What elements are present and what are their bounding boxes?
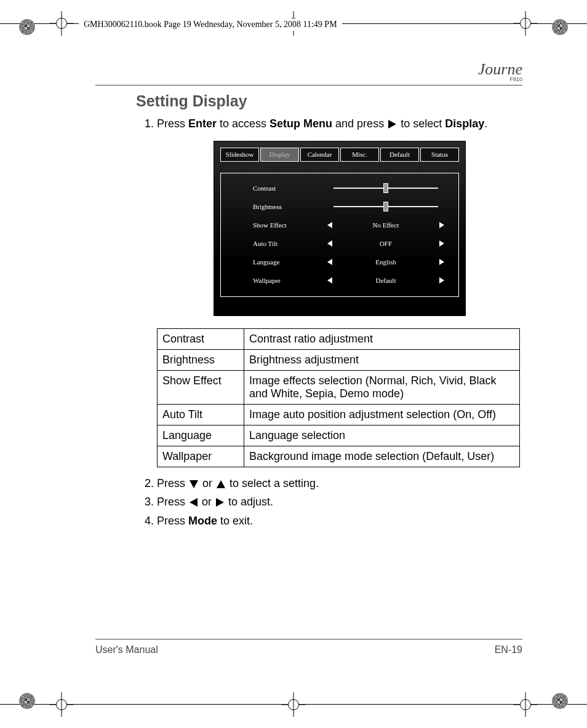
setting-row-wallpaper: Wallpaper Default bbox=[228, 275, 451, 285]
brand-name: Journe bbox=[478, 60, 522, 78]
table-cell-name: Wallpaper bbox=[158, 446, 244, 467]
arrow-right-icon[interactable] bbox=[439, 222, 444, 228]
setting-label: Brightness bbox=[228, 202, 321, 212]
table-row: Brightness Brightness adjustment bbox=[158, 350, 520, 371]
step-text: or bbox=[199, 477, 215, 489]
arrow-right-icon[interactable] bbox=[439, 240, 444, 247]
setting-label: Language bbox=[228, 258, 321, 267]
tab-status[interactable]: Status bbox=[420, 148, 459, 162]
page-meta: GMH300062110.book Page 19 Wednesday, Nov… bbox=[79, 18, 342, 31]
brand-logo: Journe F810 bbox=[478, 60, 522, 82]
arrow-right-icon[interactable] bbox=[439, 259, 444, 265]
slider-brightness[interactable] bbox=[321, 206, 451, 207]
arrow-down-icon bbox=[190, 480, 198, 488]
setup-menu-screenshot: Slideshow Display Calendar Misc. Default… bbox=[214, 141, 466, 316]
spinner-language[interactable]: English bbox=[321, 258, 451, 267]
tab-calendar[interactable]: Calendar bbox=[300, 148, 339, 162]
tab-misc[interactable]: Misc. bbox=[340, 148, 379, 162]
spinner-value: OFF bbox=[332, 239, 439, 248]
table-cell-desc: Image auto position adjustment selection… bbox=[244, 405, 520, 425]
spinner-value: Default bbox=[332, 276, 439, 285]
table-cell-name: Show Effect bbox=[158, 371, 244, 405]
step-text: Press bbox=[157, 117, 188, 130]
table-row: Wallpaper Background image mode selectio… bbox=[158, 446, 520, 467]
menu-panel: Contrast Brightness Show E bbox=[220, 173, 459, 297]
setting-label: Contrast bbox=[228, 184, 321, 193]
step-bold: Display bbox=[445, 117, 484, 130]
registration-mark bbox=[9, 682, 46, 719]
footer-right: EN-19 bbox=[495, 644, 522, 655]
registration-mark bbox=[541, 682, 578, 719]
arrow-right-icon bbox=[216, 498, 224, 507]
settings-description-table: Contrast Contrast ratio adjustment Brigh… bbox=[157, 328, 520, 467]
step-3: Press or to adjust. bbox=[157, 494, 522, 509]
arrow-left-icon[interactable] bbox=[327, 277, 332, 283]
step-text: to exit. bbox=[217, 515, 253, 527]
arrow-right-icon[interactable] bbox=[439, 277, 444, 283]
header-rule bbox=[95, 85, 522, 85]
slider-contrast[interactable] bbox=[321, 188, 451, 189]
step-text: Press bbox=[157, 515, 188, 527]
step-text: to select a setting. bbox=[226, 477, 319, 489]
setting-row-contrast: Contrast bbox=[228, 183, 451, 193]
table-cell-name: Brightness bbox=[158, 350, 244, 371]
arrow-up-icon bbox=[217, 480, 225, 488]
arrow-left-icon[interactable] bbox=[327, 259, 332, 265]
table-cell-name: Auto Tilt bbox=[158, 405, 244, 425]
spinner-value: English bbox=[332, 258, 439, 267]
setting-row-auto-tilt: Auto Tilt OFF bbox=[228, 239, 451, 248]
menu-tabs: Slideshow Display Calendar Misc. Default… bbox=[220, 148, 459, 162]
step-1: Press Enter to access Setup Menu and pre… bbox=[157, 116, 522, 316]
step-text: or bbox=[199, 496, 215, 508]
section-title: Setting Display bbox=[136, 92, 522, 110]
spinner-auto-tilt[interactable]: OFF bbox=[321, 239, 451, 248]
table-cell-desc: Language selection bbox=[244, 425, 520, 446]
step-text: Press bbox=[157, 477, 188, 489]
registration-mark bbox=[541, 9, 578, 46]
setting-label: Show Effect bbox=[228, 221, 321, 230]
table-cell-desc: Image effects selection (Normal, Rich, V… bbox=[244, 371, 520, 405]
footer-left: User's Manual bbox=[95, 644, 158, 655]
step-2: Press or to select a setting. bbox=[157, 476, 522, 491]
table-cell-desc: Brightness adjustment bbox=[244, 350, 520, 371]
setting-label: Wallpaper bbox=[228, 276, 321, 285]
arrow-right-icon bbox=[388, 120, 396, 129]
setting-row-show-effect: Show Effect No Effect bbox=[228, 220, 451, 230]
spinner-wallpaper[interactable]: Default bbox=[321, 276, 451, 285]
crosshair-icon bbox=[513, 692, 538, 717]
table-cell-desc: Contrast ratio adjustment bbox=[244, 329, 520, 350]
table-cell-desc: Background image mode selection (Default… bbox=[244, 446, 520, 467]
step-4: Press Mode to exit. bbox=[157, 513, 522, 528]
crosshair-icon bbox=[513, 11, 538, 36]
table-cell-name: Language bbox=[158, 425, 244, 446]
table-row: Auto Tilt Image auto position adjustment… bbox=[158, 405, 520, 425]
step-text: to access bbox=[217, 117, 270, 130]
spinner-value: No Effect bbox=[332, 221, 439, 230]
arrow-left-icon[interactable] bbox=[327, 222, 332, 228]
arrow-left-icon[interactable] bbox=[327, 240, 332, 247]
arrow-left-icon bbox=[190, 498, 198, 507]
page-footer: User's Manual EN-19 bbox=[95, 644, 522, 655]
tab-display[interactable]: Display bbox=[260, 148, 299, 162]
registration-mark bbox=[9, 9, 46, 46]
setting-label: Auto Tilt bbox=[228, 239, 321, 248]
table-row: Contrast Contrast ratio adjustment bbox=[158, 329, 520, 350]
step-bold: Mode bbox=[188, 515, 217, 527]
setting-row-language: Language English bbox=[228, 257, 451, 267]
tab-slideshow[interactable]: Slideshow bbox=[220, 148, 259, 162]
table-row: Language Language selection bbox=[158, 425, 520, 446]
footer-rule bbox=[95, 639, 522, 639]
step-text: to select bbox=[397, 117, 445, 130]
setting-row-brightness: Brightness bbox=[228, 202, 451, 212]
tab-default[interactable]: Default bbox=[380, 148, 419, 162]
step-text: . bbox=[484, 117, 487, 130]
table-row: Show Effect Image effects selection (Nor… bbox=[158, 371, 520, 405]
step-text: and press bbox=[332, 117, 387, 130]
crosshair-icon bbox=[281, 692, 306, 717]
step-text: to adjust. bbox=[225, 496, 273, 508]
table-cell-name: Contrast bbox=[158, 329, 244, 350]
crosshair-icon bbox=[49, 692, 74, 717]
crosshair-icon bbox=[49, 11, 74, 36]
step-text: Press bbox=[157, 496, 188, 508]
spinner-show-effect[interactable]: No Effect bbox=[321, 221, 451, 230]
